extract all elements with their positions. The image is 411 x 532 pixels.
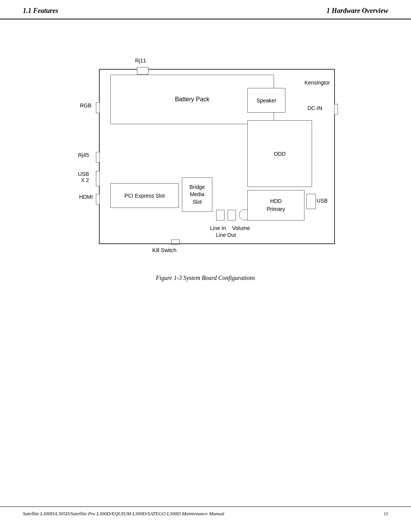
- hdd-primary-label: HDD Primary: [267, 197, 285, 213]
- kensington-label: Kensingtor: [304, 80, 330, 86]
- speaker-right-box: Speaker: [247, 88, 285, 113]
- line-in-label: Line In: [210, 225, 226, 231]
- rgb-connector: [96, 102, 100, 113]
- battery-pack-label: Battery Pack: [175, 96, 210, 103]
- speaker-right-label: Speaker: [256, 97, 276, 104]
- rj11-label: Rj11: [135, 58, 146, 64]
- dc-in-connector: [334, 104, 338, 115]
- rj45-connector: [96, 152, 100, 163]
- diagram-wrapper: Rj11 RGB Speaker Battery Pack Speaker Ke…: [23, 46, 388, 267]
- odd-box: ODD: [247, 120, 312, 187]
- section-number: 1.1 Features: [23, 7, 58, 15]
- system-board-diagram: Rj11 RGB Speaker Battery Pack Speaker Ke…: [61, 46, 350, 267]
- hdd-primary-box: HDD Primary: [247, 190, 304, 220]
- main-content: Rj11 RGB Speaker Battery Pack Speaker Ke…: [0, 19, 411, 312]
- usb-x2-label: USB X 2: [78, 171, 89, 183]
- kill-switch-connector: [171, 240, 180, 245]
- odd-label: ODD: [274, 151, 285, 157]
- pci-express-box: PCI Express Slot: [110, 183, 179, 208]
- usb-right-label: USB: [317, 198, 328, 204]
- page-footer: Satellite L300D/L305D/Satellite Pro L300…: [0, 506, 411, 521]
- hdmi-connector: [96, 194, 100, 204]
- chapter-title: 1 Hardware Overview: [327, 7, 388, 15]
- rj11-connector: [137, 67, 148, 75]
- bridge-media-label: Bridge Media Slot: [190, 184, 205, 206]
- line-in-connector: [216, 210, 225, 220]
- line-out-label: Line Out: [216, 232, 236, 238]
- dc-in-label: DC-IN: [307, 105, 322, 111]
- kill-switch-label: Kill Switch: [152, 247, 177, 253]
- page-header: 1.1 Features 1 Hardware Overview: [0, 0, 411, 19]
- pci-express-label: PCI Express Slot: [124, 193, 165, 199]
- line-out-connector: [228, 210, 236, 220]
- footer-text: Satellite L300D/L305D/Satellite Pro L300…: [23, 511, 224, 517]
- usb-x2-connector: [96, 171, 100, 186]
- bridge-media-box: Bridge Media Slot: [182, 177, 212, 212]
- hdmi-label: HDMI: [79, 194, 93, 200]
- volume-label: Volume: [232, 225, 250, 231]
- page-number: 11: [384, 511, 388, 517]
- figure-caption: Figure 1-3 System Board Configurations: [23, 275, 388, 281]
- rgb-label: RGB: [80, 102, 91, 109]
- usb-right-connector: [306, 194, 316, 209]
- rj45-label: Rj45: [78, 152, 89, 158]
